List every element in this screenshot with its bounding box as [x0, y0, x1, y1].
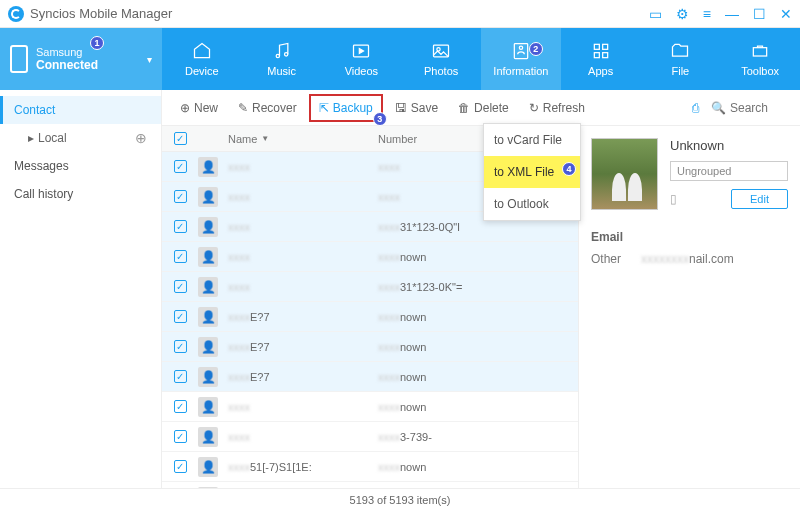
- svg-rect-7: [594, 44, 599, 49]
- app-title: Syncios Mobile Manager: [30, 6, 649, 21]
- table-row[interactable]: ✓👤xxxx51[-7)S1[1E:xxxxnown: [162, 482, 578, 488]
- row-name: xxxx: [228, 161, 378, 173]
- col-name[interactable]: Name ▼: [228, 133, 378, 145]
- row-name: xxxxE?7: [228, 341, 378, 353]
- row-number: xxxxnown: [378, 401, 578, 413]
- svg-rect-11: [753, 48, 766, 56]
- delete-button[interactable]: 🗑 Delete: [450, 96, 517, 120]
- sidebar-item-messages[interactable]: Messages: [0, 152, 161, 180]
- sidebar-item-callhistory[interactable]: Call history: [0, 180, 161, 208]
- row-name: xxxx51[-7)S1[1E:: [228, 461, 378, 473]
- detail-name: Unknown: [670, 138, 788, 153]
- table-row[interactable]: ✓👤xxxx51[-7)S1[1E:xxxxnown: [162, 452, 578, 482]
- titlebar: Syncios Mobile Manager ▭ ⚙ ≡ — ☐ ✕: [0, 0, 800, 28]
- row-checkbox[interactable]: ✓: [174, 310, 187, 323]
- callout-badge-2: 2: [529, 42, 543, 56]
- close-icon[interactable]: ✕: [780, 6, 792, 22]
- svg-rect-8: [602, 44, 607, 49]
- row-checkbox[interactable]: ✓: [174, 400, 187, 413]
- table-row[interactable]: ✓👤xxxxxxxx3-739-: [162, 422, 578, 452]
- callout-badge-3: 3: [373, 112, 387, 126]
- nav-device[interactable]: Device: [162, 28, 242, 90]
- row-name: xxxx: [228, 191, 378, 203]
- device-selector[interactable]: Samsung Connected 1 ▾: [0, 28, 162, 90]
- nav-music[interactable]: Music: [242, 28, 322, 90]
- maximize-icon[interactable]: ☐: [753, 6, 766, 22]
- backup-xml[interactable]: to XML File4: [484, 156, 580, 188]
- callout-badge-1: 1: [90, 36, 104, 50]
- search-box[interactable]: 🔍: [711, 101, 790, 115]
- avatar-icon: 👤: [198, 487, 218, 489]
- avatar-icon: 👤: [198, 337, 218, 357]
- device-brand: Samsung: [36, 46, 98, 58]
- screen-icon[interactable]: ▭: [649, 6, 662, 22]
- minimize-icon[interactable]: —: [725, 6, 739, 22]
- sidebar-item-contact[interactable]: Contact: [0, 96, 161, 124]
- row-checkbox[interactable]: ✓: [174, 160, 187, 173]
- avatar-icon: 👤: [198, 247, 218, 267]
- table-row[interactable]: ✓👤xxxxE?7xxxxnown: [162, 332, 578, 362]
- select-all-checkbox[interactable]: ✓: [174, 132, 187, 145]
- row-name: xxxx: [228, 221, 378, 233]
- email-type: Other: [591, 252, 621, 266]
- nav-toolbox[interactable]: Toolbox: [720, 28, 800, 90]
- callout-badge-4: 4: [562, 162, 576, 176]
- avatar-icon: 👤: [198, 217, 218, 237]
- avatar-icon: 👤: [198, 397, 218, 417]
- row-name: xxxx: [228, 281, 378, 293]
- nav-videos[interactable]: Videos: [322, 28, 402, 90]
- add-local-icon[interactable]: ⊕: [135, 130, 147, 146]
- table-row[interactable]: ✓👤xxxxxxxx31*123-0K"=: [162, 272, 578, 302]
- refresh-button[interactable]: ↻ Refresh: [521, 96, 593, 120]
- row-checkbox[interactable]: ✓: [174, 280, 187, 293]
- nav-photos[interactable]: Photos: [401, 28, 481, 90]
- sidebar: Contact ▸ Local⊕ Messages Call history: [0, 90, 162, 488]
- row-checkbox[interactable]: ✓: [174, 220, 187, 233]
- search-input[interactable]: [730, 101, 790, 115]
- menu-icon[interactable]: ≡: [703, 6, 711, 22]
- group-input[interactable]: [670, 161, 788, 181]
- backup-button[interactable]: ⇱ Backup 3: [309, 94, 383, 122]
- row-number: xxxx3-739-: [378, 431, 578, 443]
- backup-outlook[interactable]: to Outlook: [484, 188, 580, 220]
- backup-vcard[interactable]: to vCard File: [484, 124, 580, 156]
- row-number: xxxx31*123-0Q"I: [378, 221, 578, 233]
- row-name: xxxx: [228, 401, 378, 413]
- save-button[interactable]: 🖫 Save: [387, 96, 446, 120]
- sidebar-item-local[interactable]: ▸ Local⊕: [0, 124, 161, 152]
- chevron-down-icon: ▾: [147, 54, 152, 65]
- main-panel: ⊕ New ✎ Recover ⇱ Backup 3 🖫 Save 🗑 Dele…: [162, 90, 800, 488]
- recover-button[interactable]: ✎ Recover: [230, 96, 305, 120]
- table-row[interactable]: ✓👤xxxxxxxxnown: [162, 242, 578, 272]
- nav-file[interactable]: File: [641, 28, 721, 90]
- table-row[interactable]: ✓👤xxxxE?7xxxxnown: [162, 302, 578, 332]
- gear-icon[interactable]: ⚙: [676, 6, 689, 22]
- avatar-icon: 👤: [198, 367, 218, 387]
- detail-panel: Unknown ▯ Edit Email Other xxxxxxxxnail.…: [578, 126, 800, 488]
- row-number: xxxxnown: [378, 461, 578, 473]
- app-logo: [8, 6, 24, 22]
- nav-apps[interactable]: Apps: [561, 28, 641, 90]
- window-controls: ▭ ⚙ ≡ — ☐ ✕: [649, 6, 792, 22]
- new-button[interactable]: ⊕ New: [172, 96, 226, 120]
- avatar-icon: 👤: [198, 307, 218, 327]
- row-checkbox[interactable]: ✓: [174, 370, 187, 383]
- row-number: xxxxnown: [378, 311, 578, 323]
- svg-rect-10: [602, 53, 607, 58]
- svg-point-6: [519, 46, 522, 49]
- row-checkbox[interactable]: ✓: [174, 250, 187, 263]
- row-checkbox[interactable]: ✓: [174, 340, 187, 353]
- row-checkbox[interactable]: ✓: [174, 190, 187, 203]
- row-number: xxxx31*123-0K"=: [378, 281, 578, 293]
- avatar-icon: 👤: [198, 457, 218, 477]
- row-checkbox[interactable]: ✓: [174, 460, 187, 473]
- row-checkbox[interactable]: ✓: [174, 430, 187, 443]
- edit-button[interactable]: Edit: [731, 189, 788, 209]
- table-row[interactable]: ✓👤xxxxE?7xxxxnown: [162, 362, 578, 392]
- row-name: xxxx: [228, 251, 378, 263]
- table-row[interactable]: ✓👤xxxxxxxxnown: [162, 392, 578, 422]
- avatar-icon: 👤: [198, 277, 218, 297]
- print-icon[interactable]: ⎙: [692, 101, 699, 115]
- row-name: xxxxE?7: [228, 311, 378, 323]
- nav-information[interactable]: Information2: [481, 28, 561, 90]
